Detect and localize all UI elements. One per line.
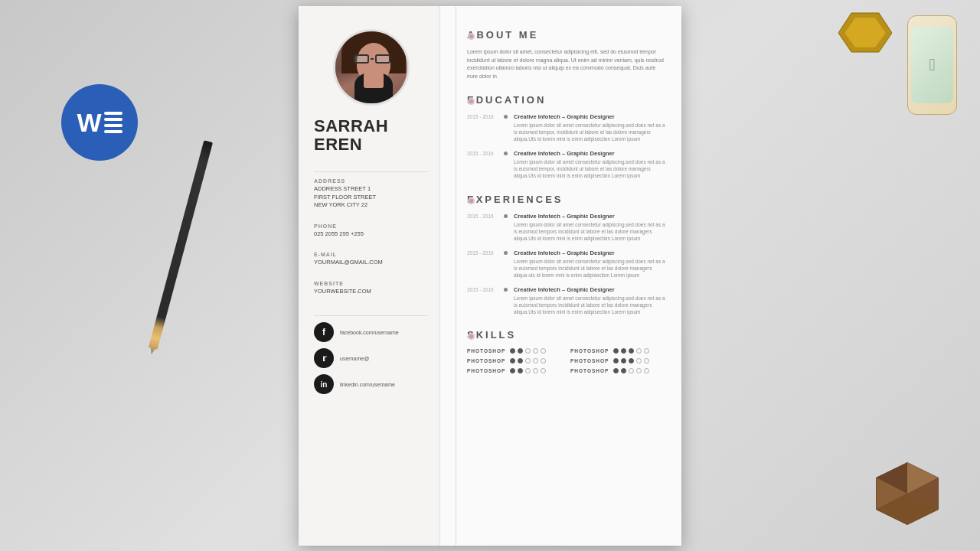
education-section: EDUCATION 2015 - 2016 Creative Infotech … [456,94,666,180]
geometric-decoration [873,459,942,528]
about-text: Lorem ipsum dolor sit amet, consectetur … [456,48,666,80]
edu-title-2: Creative Infotech – Graphic Designer [514,150,666,157]
twitter-social: 𝕣 username@ [314,348,369,368]
exp-item-3: 2015 - 2016 Creative Infotech – Graphic … [456,286,666,315]
pencil [149,140,213,350]
facebook-social: f facebook.com/username [314,322,399,342]
skills-section: SKILLS PHOTOSHOP [456,329,666,378]
skill-name-l1: PHOTOSHOP [467,348,505,354]
address-section: ADDRESS ADDRESS STREET 1FIRST FLOOR STRE… [314,178,428,216]
exp-item-2: 2015 - 2016 Creative Infotech – Graphic … [456,249,666,279]
education-title: EDUCATION [456,94,666,106]
email-section: E-MAIL YOURMAIL@GMAIL.COM [314,252,428,273]
facebook-icon: f [314,322,334,342]
edu-dot-1 [504,115,508,119]
linkedin-icon: in [314,374,334,394]
edu-item-1: 2015 - 2016 Creative Infotech – Graphic … [456,113,666,142]
skill-dots-l3 [510,368,546,373]
edu-year-2: 2015 - 2016 [467,150,498,179]
edu-desc-1: Lorem ipsum dolor sit amet consectetur a… [514,122,666,142]
website-value: YOURWEBSITE.COM [314,288,428,296]
word-icon: W [61,84,138,161]
about-title: ABOUT ME [456,29,666,41]
phone-section: PHONE 025 2055 295 +255 [314,223,428,245]
skills-title: SKILLS [456,329,666,341]
edu-desc-2: Lorem ipsum dolor sit amet consectetur a… [514,158,666,179]
edu-title-1: Creative Infotech – Graphic Designer [514,113,666,120]
resume-name: SARRAH EREN [314,117,388,154]
skill-name-r2: PHOTOSHOP [570,358,609,364]
education-marker [468,98,475,105]
edu-item-2: 2015 - 2016 Creative Infotech – Graphic … [456,150,666,179]
resume-right-column: ABOUT ME Lorem ipsum dolor sit amet, con… [440,6,681,546]
about-section: ABOUT ME Lorem ipsum dolor sit amet, con… [456,29,666,80]
skill-row-r3: PHOTOSHOP [570,368,666,373]
skill-name-l2: PHOTOSHOP [467,358,505,364]
experiences-section: EXPERIENCES 2015 - 2016 Creative Infotec… [456,194,666,316]
experiences-marker [468,197,475,204]
skill-row-l3: PHOTOSHOP [467,368,563,373]
about-marker [468,33,475,40]
gold-decoration [838,11,892,57]
resume-left-column: SARRAH EREN ADDRESS ADDRESS STREET 1FIRS… [299,6,440,546]
phone-label: PHONE [314,223,428,229]
email-label: E-MAIL [314,252,428,257]
twitter-url: username@ [340,356,369,361]
skills-right: PHOTOSHOP PHOTOSHOP [570,348,666,378]
linkedin-social: in linkedin.com/username [314,374,395,394]
skills-grid: PHOTOSHOP PHOTOSHOP [456,348,666,378]
exp-item-1: 2015 - 2016 Creative Infotech – Graphic … [456,213,666,242]
skill-name-l3: PHOTOSHOP [467,368,505,373]
twitter-icon: 𝕣 [314,348,334,368]
edu-dot-2 [504,152,508,155]
address-label: ADDRESS [314,178,428,184]
email-value: YOURMAIL@GMAIL.COM [314,259,428,267]
resume-paper: SARRAH EREN ADDRESS ADDRESS STREET 1FIRS… [299,6,681,546]
facebook-url: facebook.com/username [340,330,399,335]
skill-row-r1: PHOTOSHOP [570,348,666,354]
profile-photo [333,29,410,106]
skill-dots-r1 [613,348,649,354]
skill-dots-r2 [613,358,649,364]
skill-dots-r3 [613,368,649,373]
website-section: WEBSITE YOURWEBSITE.COM [314,281,428,302]
skill-row-r2: PHOTOSHOP [570,358,666,364]
skill-name-r3: PHOTOSHOP [570,368,609,373]
apple-logo-icon:  [929,55,935,75]
skill-dots-l1 [510,348,546,354]
experiences-title: EXPERIENCES [456,194,666,205]
skills-left: PHOTOSHOP PHOTOSHOP [467,348,563,378]
skill-row-l2: PHOTOSHOP [467,358,563,364]
linkedin-url: linkedin.com/username [340,382,395,387]
skill-row-l1: PHOTOSHOP [467,348,563,354]
address-value: ADDRESS STREET 1FIRST FLOOR STREETNEW YO… [314,185,428,210]
website-label: WEBSITE [314,281,428,286]
iphone:  [907,15,957,115]
edu-year-1: 2015 - 2016 [467,113,498,142]
skill-name-r1: PHOTOSHOP [570,348,609,354]
phone-value: 025 2055 295 +255 [314,230,428,239]
skill-dots-l2 [510,358,546,364]
desktop: W  [0,0,980,551]
